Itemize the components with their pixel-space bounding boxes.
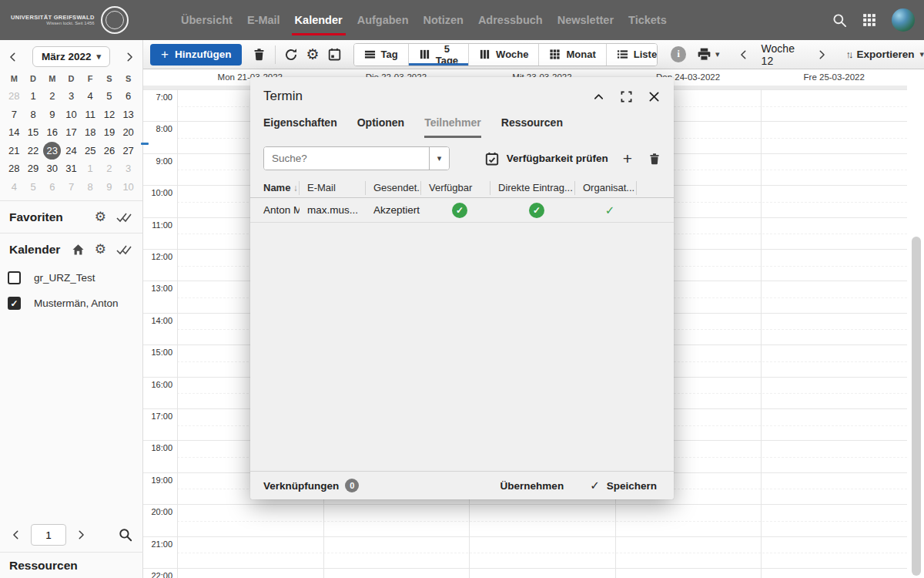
minical-day[interactable]: 7: [62, 178, 81, 197]
minical-day[interactable]: 27: [119, 142, 138, 160]
column-header-gesendet[interactable]: Gesendet...: [366, 181, 421, 195]
hour-row[interactable]: 20:00: [143, 504, 907, 536]
search-icon[interactable]: [119, 528, 132, 542]
view-button-monat[interactable]: Monat: [539, 44, 606, 66]
delete-icon[interactable]: [248, 44, 270, 66]
minical-prev-button[interactable]: [8, 52, 18, 62]
dialog-tab-optionen[interactable]: Optionen: [357, 116, 404, 138]
today-calendar-icon[interactable]: [323, 44, 345, 66]
dialog-tab-ressourcen[interactable]: Ressourcen: [501, 116, 563, 138]
maximize-icon[interactable]: [621, 91, 632, 102]
nav-tab-kalender[interactable]: Kalender: [295, 0, 343, 40]
page-number-input[interactable]: [31, 524, 66, 546]
nav-tab-newsletter[interactable]: Newsletter: [557, 0, 614, 40]
close-icon[interactable]: [648, 91, 660, 102]
refresh-icon[interactable]: [280, 44, 302, 66]
check-availability-button[interactable]: Verfügbarkeit prüfen: [485, 152, 608, 166]
column-header-name[interactable]: Name ↓: [250, 181, 300, 195]
avatar[interactable]: [892, 8, 915, 32]
apply-button[interactable]: Übernehmen: [500, 480, 564, 492]
info-icon[interactable]: i: [671, 46, 686, 62]
minical-day[interactable]: 20: [119, 123, 138, 142]
minical-day[interactable]: 29: [24, 160, 43, 178]
settings-gear-icon[interactable]: ⚙: [302, 44, 323, 66]
page-next-button[interactable]: [75, 529, 86, 540]
minical-day[interactable]: 18: [81, 123, 100, 142]
minical-day[interactable]: 14: [5, 123, 24, 142]
minical-day[interactable]: 21: [5, 142, 24, 160]
minical-day[interactable]: 6: [119, 87, 138, 106]
minical-next-button[interactable]: [124, 52, 135, 62]
links-button[interactable]: Verknüpfungen 0: [263, 479, 359, 492]
nav-tab-email[interactable]: E-Mail: [247, 0, 280, 40]
minical-day[interactable]: 26: [100, 142, 119, 160]
month-select-button[interactable]: März 2022 ▾: [32, 46, 110, 67]
minical-day[interactable]: 4: [5, 178, 24, 197]
search-dropdown-button[interactable]: ▾: [429, 147, 449, 170]
minical-day[interactable]: 10: [62, 106, 81, 124]
minical-day[interactable]: 6: [42, 178, 62, 197]
hour-row[interactable]: 22:00: [143, 568, 907, 578]
hour-row[interactable]: 21:00: [143, 536, 907, 568]
minical-day[interactable]: 1: [81, 160, 100, 178]
minical-day[interactable]: 9: [42, 106, 62, 124]
participant-search-input[interactable]: [264, 147, 429, 170]
minical-day[interactable]: 12: [100, 106, 119, 124]
minical-day-selected[interactable]: 23: [42, 142, 62, 160]
dialog-tab-eigenschaften[interactable]: Eigenschaften: [263, 116, 337, 138]
remove-participant-icon[interactable]: [648, 153, 661, 165]
minical-day[interactable]: 7: [5, 106, 24, 124]
calendar-list-item[interactable]: ✓Mustermän, Anton: [0, 291, 142, 316]
minical-day[interactable]: 31: [62, 160, 81, 178]
minical-day[interactable]: 25: [81, 142, 100, 160]
export-button[interactable]: ↑↓ Exportieren ▾: [845, 49, 924, 60]
add-participant-icon[interactable]: +: [623, 150, 632, 166]
search-icon[interactable]: [832, 13, 847, 28]
nav-tab-bersicht[interactable]: Übersicht: [181, 0, 233, 40]
minical-day[interactable]: 28: [5, 160, 24, 178]
minical-day[interactable]: 11: [81, 106, 100, 124]
column-header-email[interactable]: E-Mail: [300, 181, 366, 195]
minical-day[interactable]: 17: [62, 123, 81, 142]
double-check-icon[interactable]: [116, 244, 132, 255]
minical-day[interactable]: 2: [100, 160, 119, 178]
minical-day[interactable]: 13: [119, 106, 138, 124]
minical-day[interactable]: 24: [62, 142, 81, 160]
participant-row[interactable]: Anton M...max.mus...Akzeptiert✓✓✓: [250, 198, 674, 223]
double-check-icon[interactable]: [116, 212, 132, 223]
page-prev-button[interactable]: [11, 529, 22, 540]
nav-tab-aufgaben[interactable]: Aufgaben: [357, 0, 409, 40]
view-button-tag[interactable]: Tag: [354, 44, 409, 66]
minical-day[interactable]: 9: [100, 178, 119, 197]
calendar-list-item[interactable]: gr_URZ_Test: [0, 265, 142, 291]
dialog-tab-teilnehmer[interactable]: Teilnehmer: [424, 116, 481, 138]
column-header-organisat[interactable]: Organisat...: [575, 181, 637, 195]
minical-day[interactable]: 3: [119, 160, 138, 178]
nav-tab-adressbuch[interactable]: Adressbuch: [478, 0, 543, 40]
minical-day[interactable]: 8: [24, 106, 43, 124]
nav-tab-tickets[interactable]: Tickets: [628, 0, 667, 40]
gear-icon[interactable]: ⚙: [95, 209, 106, 225]
view-button-woche[interactable]: Woche: [469, 44, 539, 66]
next-week-button[interactable]: [816, 49, 827, 60]
minical-day[interactable]: 5: [100, 87, 119, 106]
collapse-icon[interactable]: [593, 91, 604, 102]
home-icon[interactable]: [72, 244, 85, 256]
minical-day[interactable]: 16: [42, 123, 62, 142]
gear-icon[interactable]: ⚙: [95, 241, 106, 257]
column-header-direkteeintrag[interactable]: Direkte Eintrag...: [490, 181, 575, 195]
nav-tab-notizen[interactable]: Notizen: [424, 0, 464, 40]
scrollbar-thumb[interactable]: [912, 237, 921, 576]
column-header-verfgbar[interactable]: Verfügbar: [421, 181, 490, 195]
minical-day[interactable]: 19: [100, 123, 119, 142]
minical-day[interactable]: 3: [62, 87, 81, 106]
minical-day[interactable]: 15: [24, 123, 43, 142]
minical-day[interactable]: 30: [42, 160, 62, 178]
print-button[interactable]: ▾: [697, 47, 720, 62]
minical-day[interactable]: 5: [24, 178, 43, 197]
view-button-liste[interactable]: Liste: [607, 44, 658, 66]
checkbox-unchecked[interactable]: [8, 271, 21, 284]
add-button[interactable]: + Hinzufügen: [150, 44, 242, 66]
save-button[interactable]: ✓ Speichern: [590, 479, 657, 492]
view-button-5-tage[interactable]: 5 Tage: [409, 44, 469, 66]
